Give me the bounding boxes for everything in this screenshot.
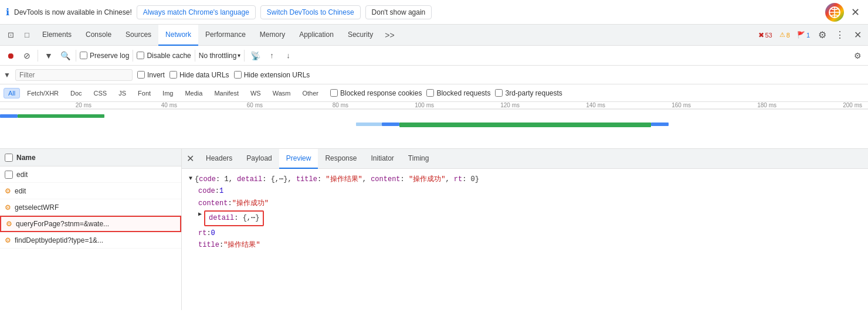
select-all-checkbox[interactable] [5,154,13,162]
tab-security[interactable]: Security [341,25,380,46]
search-btn[interactable]: 🔍 [58,49,72,63]
request-item-1[interactable]: edit [0,166,181,183]
blocked-cookies-checkbox[interactable] [330,89,338,97]
request-item-5[interactable]: ⚙ findDeptbydeptid?type=1&... [0,232,181,249]
wifi-icon[interactable]: 📡 [248,49,262,63]
req-api-icon-5: ⚙ [5,236,11,244]
timeline-bars [0,110,868,139]
tab-bar: ⊡ □ Elements Console Sources Network Per… [0,25,868,46]
upload-icon[interactable]: ↑ [265,49,279,63]
invert-label[interactable]: Invert [137,71,165,79]
close-panel-btn[interactable]: ✕ [182,153,199,164]
type-font-btn[interactable]: Font [133,88,155,98]
detail-expand-arrow[interactable]: ▶ [198,209,202,219]
root-expand-arrow[interactable]: ▼ [189,173,192,183]
device-icon[interactable]: □ [19,27,35,43]
type-js-btn[interactable]: JS [114,88,131,98]
detail-tab-preview[interactable]: Preview [279,149,318,169]
json-rt-line: rt : 0 [189,227,861,239]
hide-data-urls-checkbox[interactable] [169,71,177,79]
throttle-select[interactable]: No throttling ▾ [199,52,241,60]
detail-tab-initiator[interactable]: Initiator [364,149,401,169]
detail-tab-payload[interactable]: Payload [239,149,279,169]
network-settings-icon[interactable]: ⚙ [850,49,864,63]
disable-cache-label[interactable]: Disable cache [137,52,191,60]
timeline-ruler: 20 ms 40 ms 60 ms 80 ms 100 ms 120 ms 14… [0,102,868,108]
always-match-btn[interactable]: Always match Chrome's language [137,5,256,19]
cursor-icon[interactable]: ⊡ [2,27,19,43]
tab-application[interactable]: Application [292,25,341,46]
type-css-btn[interactable]: CSS [89,88,112,98]
type-wasm-btn[interactable]: Wasm [268,88,296,98]
dont-show-btn[interactable]: Don't show again [365,5,432,19]
close-devtools-btn[interactable]: ✕ [849,27,866,43]
type-all-btn[interactable]: All [4,88,20,98]
detail-tab-timing[interactable]: Timing [401,149,436,169]
preserve-log-checkbox[interactable] [80,52,87,59]
third-party-label[interactable]: 3rd-party requests [495,89,562,97]
tab-elements[interactable]: Elements [35,25,79,46]
filter-toggle-btn[interactable]: ▼ [42,49,56,63]
download-icon[interactable]: ↓ [281,49,295,63]
ruler-160ms: 160 ms [605,102,691,108]
json-title-value: "操作结果" [223,239,260,251]
warning-icon: ⚠ [779,31,785,39]
tab-sources[interactable]: Sources [118,25,158,46]
close-notification-btn[interactable]: ✕ [849,6,862,19]
blocked-cookies-label[interactable]: Blocked response cookies [330,89,422,97]
type-doc-btn[interactable]: Doc [66,88,87,98]
warning-count[interactable]: ⚠ 8 [777,30,793,40]
tl-bar-3 [356,123,382,126]
ruler-180ms: 180 ms [691,102,777,108]
info-icon: ℹ [6,6,9,18]
ruler-120ms: 120 ms [434,102,520,108]
hide-extension-urls-checkbox[interactable] [234,71,242,79]
type-ws-btn[interactable]: WS [246,88,266,98]
filter-input[interactable] [15,69,133,81]
detail-tab-response[interactable]: Response [318,149,364,169]
tab-more[interactable]: >> [380,30,399,40]
request-item-3[interactable]: ⚙ getselectWRF [0,199,181,216]
type-other-btn[interactable]: Other [297,88,323,98]
request-item-2[interactable]: ⚙ edit [0,183,181,199]
record-btn[interactable]: ⏺ [4,49,18,63]
tab-performance[interactable]: Performance [198,25,253,46]
tab-network[interactable]: Network [158,25,198,46]
ruler-80ms: 80 ms [263,102,348,108]
type-fetch-xhr-btn[interactable]: Fetch/XHR [22,88,63,98]
ruler-100ms: 100 ms [348,102,434,108]
type-filter-bar: All Fetch/XHR Doc CSS JS Font Img Media … [0,84,868,102]
blocked-requests-label[interactable]: Blocked requests [426,89,490,97]
request-list: Name edit ⚙ edit ⚙ getselectWRF ⚙ queryF… [0,149,182,310]
request-item-4[interactable]: ⚙ queryForPage?stnm=&wate... [0,216,181,232]
clear-btn[interactable]: ⊘ [20,49,34,63]
json-code-key: code [198,185,215,197]
req-api-icon-3: ⚙ [5,203,11,212]
hide-extension-urls-label[interactable]: Hide extension URLs [234,71,310,79]
json-root-line: ▼ {code: 1, detail: {,⋯}, title: "操作结果",… [189,173,861,185]
json-rt-value: 0 [211,227,215,239]
type-manifest-btn[interactable]: Manifest [209,88,243,98]
req-checkbox-1[interactable] [5,171,13,179]
disable-cache-checkbox[interactable] [137,52,144,59]
ruler-140ms: 140 ms [520,102,605,108]
info-count[interactable]: 🚩 1 [794,30,813,40]
error-count[interactable]: ✖ 53 [755,30,775,40]
detail-box[interactable]: detail : {,⋯} [204,210,264,226]
invert-checkbox[interactable] [137,71,145,79]
type-media-btn[interactable]: Media [180,88,207,98]
hide-data-urls-label[interactable]: Hide data URLs [169,71,229,79]
more-options-icon[interactable]: ⋮ [832,27,848,43]
detail-tab-headers[interactable]: Headers [199,149,239,169]
type-img-btn[interactable]: Img [158,88,178,98]
switch-devtools-btn[interactable]: Switch DevTools to Chinese [260,5,361,19]
preserve-log-label[interactable]: Preserve log [80,52,129,60]
json-content-key: content [198,198,228,209]
json-title-line: title : "操作结果" [189,239,861,251]
third-party-checkbox[interactable] [495,89,503,97]
tab-console[interactable]: Console [79,25,118,46]
blocked-requests-checkbox[interactable] [426,89,434,97]
settings-icon[interactable]: ⚙ [814,27,830,43]
ruler-40ms: 40 ms [91,102,177,108]
tab-memory[interactable]: Memory [253,25,292,46]
